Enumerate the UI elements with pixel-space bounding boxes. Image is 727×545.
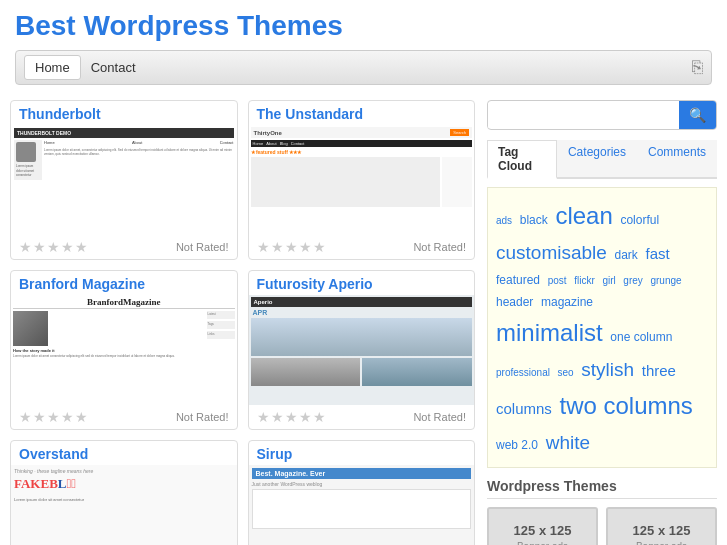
tb-body: Lorem ipsum dolor sit amet consectetur H… bbox=[14, 140, 234, 180]
theme-preview-thunderbolt: THUNDERBOLT DEMO Lorem ipsum dolor sit a… bbox=[11, 125, 237, 235]
theme-card-overstand: Overstand Thinking · these tagline means… bbox=[10, 440, 238, 545]
us-nav: Home About Blog Contact bbox=[251, 140, 473, 147]
us-nav-blog: Blog bbox=[280, 141, 288, 146]
main-layout: Thunderbolt THUNDERBOLT DEMO Lorem ipsum… bbox=[0, 100, 727, 545]
fu-img1 bbox=[251, 318, 473, 356]
br-side: Latest Tags Links bbox=[207, 311, 235, 359]
tag-dark[interactable]: dark bbox=[615, 248, 638, 262]
tag-colorful[interactable]: colorful bbox=[620, 213, 659, 227]
search-button[interactable]: 🔍 bbox=[679, 101, 716, 129]
theme-title-sirup[interactable]: Sirup bbox=[249, 441, 475, 465]
nav-bar: Home Contact ⎘ bbox=[15, 50, 712, 85]
theme-stars-futurosity: ★★★★★ bbox=[257, 409, 327, 425]
br-content: How the story made it Lorem ipsum dolor … bbox=[13, 311, 235, 359]
theme-footer-thunderbolt: ★★★★★ Not Rated! bbox=[11, 235, 237, 259]
tb-sidebar: Lorem ipsum dolor sit amet consectetur bbox=[14, 140, 42, 180]
tag-black[interactable]: black bbox=[520, 213, 548, 227]
theme-card-futurosity: Futurosity Aperio Aperio APR ★★★★★ Not R… bbox=[248, 270, 476, 430]
tb-avatar bbox=[16, 142, 36, 162]
tabs-bar: Tag Cloud Categories Comments bbox=[487, 140, 717, 179]
us-nav-contact: Contact bbox=[291, 141, 305, 146]
theme-preview-overstand: Thinking · these tagline means here FAKE… bbox=[11, 465, 237, 545]
tag-post[interactable]: post bbox=[548, 275, 567, 286]
fu-img2 bbox=[251, 358, 361, 386]
br-logo: BranfordMagazine bbox=[13, 297, 235, 309]
theme-title-overstand[interactable]: Overstand bbox=[11, 441, 237, 465]
fu-header: Aperio bbox=[251, 297, 473, 307]
theme-rating-branford: Not Rated! bbox=[176, 411, 229, 423]
tab-tag-cloud[interactable]: Tag Cloud bbox=[487, 140, 557, 179]
search-bar: 🔍 bbox=[487, 100, 717, 130]
theme-footer-branford: ★★★★★ Not Rated! bbox=[11, 405, 237, 429]
us-search: Search bbox=[450, 129, 469, 136]
theme-stars-unstandard: ★★★★★ bbox=[257, 239, 327, 255]
tag-white[interactable]: white bbox=[546, 432, 590, 453]
br-headline: How the story made it bbox=[13, 348, 205, 353]
theme-preview-branford: BranfordMagazine How the story made it L… bbox=[11, 295, 237, 405]
br-side-2: Tags bbox=[207, 321, 235, 329]
nav-contact[interactable]: Contact bbox=[81, 56, 146, 79]
tag-header[interactable]: header bbox=[496, 295, 533, 309]
banner-ad-1-text: 125 x 125 bbox=[514, 523, 572, 538]
br-image bbox=[13, 311, 48, 346]
banner-ad-1-label: Banner ads bbox=[517, 541, 568, 545]
theme-card-branford: Branford Magazine BranfordMagazine How t… bbox=[10, 270, 238, 430]
search-input[interactable] bbox=[488, 103, 679, 128]
tag-clean[interactable]: clean bbox=[555, 202, 612, 229]
theme-footer-futurosity: ★★★★★ Not Rated! bbox=[249, 405, 475, 429]
fu-grid bbox=[251, 318, 473, 386]
tag-cloud: ads black clean colorful customisable da… bbox=[487, 187, 717, 468]
us-featured-label: ★ featured stuff ★★★ bbox=[251, 149, 473, 155]
theme-preview-futurosity: Aperio APR bbox=[249, 295, 475, 405]
theme-title-branford[interactable]: Branford Magazine bbox=[11, 271, 237, 295]
theme-title-thunderbolt[interactable]: Thunderbolt bbox=[11, 101, 237, 125]
tb-content: Lorem ipsum dolor sit amet, consectetur … bbox=[44, 148, 234, 158]
tag-magazine[interactable]: magazine bbox=[541, 295, 593, 309]
tag-ads[interactable]: ads bbox=[496, 215, 512, 226]
theme-rating-unstandard: Not Rated! bbox=[413, 241, 466, 253]
tab-comments[interactable]: Comments bbox=[637, 140, 717, 177]
tag-featured[interactable]: featured bbox=[496, 273, 540, 287]
us-side bbox=[442, 157, 472, 207]
rss-icon[interactable]: ⎘ bbox=[692, 57, 703, 78]
tb-nav1: Home bbox=[44, 140, 55, 146]
nav-home[interactable]: Home bbox=[24, 55, 81, 80]
br-main: How the story made it Lorem ipsum dolor … bbox=[13, 311, 205, 359]
us-logo: ThirtyOne bbox=[254, 130, 282, 136]
theme-preview-sirup: Best. Magazine. Ever Just another WordPr… bbox=[249, 465, 475, 545]
theme-title-unstandard[interactable]: The Unstandard bbox=[249, 101, 475, 125]
si-content bbox=[252, 489, 472, 529]
tag-web20[interactable]: web 2.0 bbox=[496, 438, 538, 452]
tag-grey[interactable]: grey bbox=[623, 275, 642, 286]
br-text: Lorem ipsum dolor sit amet consectetur a… bbox=[13, 354, 205, 359]
theme-card-sirup: Sirup Best. Magazine. Ever Just another … bbox=[248, 440, 476, 545]
content-area: Thunderbolt THUNDERBOLT DEMO Lorem ipsum… bbox=[10, 100, 475, 545]
si-header: Best. Magazine. Ever bbox=[252, 468, 472, 479]
tag-fast[interactable]: fast bbox=[645, 245, 669, 262]
ov-logo: FAKEBL𝎘𝎔 bbox=[14, 476, 234, 492]
tag-customisable[interactable]: customisable bbox=[496, 242, 607, 263]
tag-seo[interactable]: seo bbox=[558, 367, 574, 378]
fu-img3 bbox=[362, 358, 472, 386]
tag-girl[interactable]: girl bbox=[602, 275, 615, 286]
tag-grunge[interactable]: grunge bbox=[650, 275, 681, 286]
us-main bbox=[251, 157, 441, 207]
theme-title-futurosity[interactable]: Futurosity Aperio bbox=[249, 271, 475, 295]
br-side-1: Latest bbox=[207, 311, 235, 319]
tag-two-columns[interactable]: two columns bbox=[559, 392, 692, 419]
tag-flickr[interactable]: flickr bbox=[574, 275, 595, 286]
banner-ad-2[interactable]: 125 x 125 Banner ads bbox=[606, 507, 717, 545]
tb-nav2: About bbox=[132, 140, 142, 146]
banner-ad-1[interactable]: 125 x 125 Banner ads bbox=[487, 507, 598, 545]
tab-categories[interactable]: Categories bbox=[557, 140, 637, 177]
ov-body-text: Lorem ipsum dolor sit amet consectetur bbox=[14, 497, 234, 503]
ov-tagline: Thinking · these tagline means here bbox=[14, 468, 234, 474]
tb-nav3: Contact bbox=[220, 140, 234, 146]
theme-footer-unstandard: ★★★★★ Not Rated! bbox=[249, 235, 475, 259]
tag-professional[interactable]: professional bbox=[496, 367, 550, 378]
tag-stylish[interactable]: stylish bbox=[581, 359, 634, 380]
tb-main: Home About Contact Lorem ipsum dolor sit… bbox=[44, 140, 234, 180]
tag-minimalist[interactable]: minimalist bbox=[496, 319, 603, 346]
tag-one-column[interactable]: one column bbox=[610, 330, 672, 344]
sidebar: 🔍 Tag Cloud Categories Comments ads blac… bbox=[487, 100, 717, 545]
